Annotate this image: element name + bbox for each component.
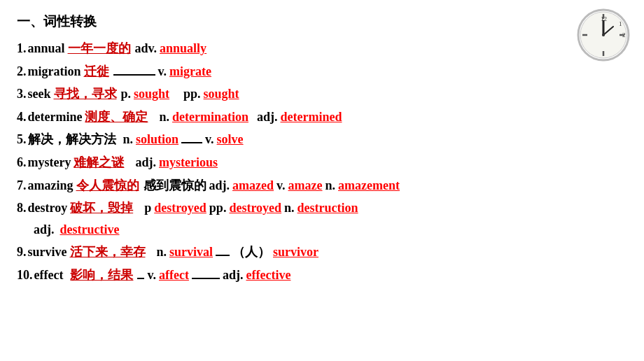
list-item: 2. migration 迁徙 v. migrate <box>17 61 627 83</box>
list-item: 10. effect 影响，结果 v. affect adj. effectiv… <box>17 264 627 286</box>
item-number: 5. <box>17 129 27 150</box>
pos-label: v. <box>158 61 167 83</box>
pos-label: v. <box>276 175 286 197</box>
item-number: 3. <box>17 83 27 105</box>
pos-label: adj. <box>209 175 230 197</box>
word-chinese: 寻找，寻求 <box>54 83 117 105</box>
answer: amaze <box>288 175 323 197</box>
answer: survival <box>169 241 213 263</box>
answer: determination <box>172 106 248 128</box>
answer-sought-1: sought <box>134 83 169 105</box>
pos-label: pp. <box>183 83 201 105</box>
answer: survivor <box>273 241 318 263</box>
word-chinese: 活下来，幸存 <box>70 241 146 263</box>
pos-label: n. <box>326 175 336 197</box>
answer: destructive <box>60 219 120 241</box>
item-number: 9. <box>17 241 27 263</box>
pos-label: n. <box>284 197 295 219</box>
answer: solve <box>217 129 244 150</box>
answer: mysterious <box>159 152 218 174</box>
item-number: 8. <box>17 197 27 219</box>
answer: destruction <box>298 197 358 219</box>
answer: destroyed <box>154 197 206 219</box>
answer-sought-2: sought <box>204 83 239 105</box>
answer: destroyed <box>229 197 281 219</box>
clock-decoration: 12 1 2 <box>575 7 631 63</box>
section-title: 一、词性转换 <box>17 13 627 31</box>
word-chinese: 难解之谜 <box>74 152 124 174</box>
answer: amazed <box>232 175 274 197</box>
word-english: effect <box>34 264 64 286</box>
svg-point-11 <box>602 34 605 36</box>
word-english: migration <box>28 61 81 83</box>
pos-label: adj. <box>223 264 244 286</box>
list-item: 4. determine 测度、确定 n. determination adj.… <box>17 106 627 128</box>
word-extra: 感到震惊的 <box>144 175 206 197</box>
item-number: 10. <box>17 264 33 286</box>
item-number: 2. <box>17 61 27 83</box>
pos-label: v. <box>205 129 214 150</box>
word-english: seek <box>28 83 51 105</box>
pos-label: n. <box>159 106 169 128</box>
answer: effective <box>246 264 290 286</box>
list-item: 1. annual 一年一度的 adv. annually <box>17 38 627 59</box>
pos-label: pp. <box>209 197 227 219</box>
pos-label: adv. <box>135 38 158 59</box>
item-number: 1. <box>17 38 27 59</box>
list-item: 5. 解决，解决方法 n. solution v. solve <box>17 129 627 150</box>
page: 12 1 2 一、词性转换 1. annual 一年一度的 adv. annua… <box>0 0 644 361</box>
word-chinese: 令人震惊的 <box>76 175 139 197</box>
word-chinese: 破坏，毁掉 <box>70 197 133 219</box>
word-english: survive <box>28 241 67 263</box>
list-item: 8. destroy 破坏，毁掉 p destroyed pp. destroy… <box>17 197 627 240</box>
word-english: 解决，解决方法 <box>28 129 116 150</box>
answer: affect <box>159 264 189 286</box>
word-english: mystery <box>28 152 71 174</box>
pos-label: p. <box>121 83 132 105</box>
answer: annually <box>160 38 206 59</box>
pos-label: p <box>144 197 151 219</box>
pos-label: n. <box>157 241 167 263</box>
list-item: 7. amazing 令人震惊的 感到震惊的 adj. amazed v. am… <box>17 175 627 197</box>
pos-label: v. <box>147 264 156 286</box>
answer: determined <box>280 106 342 128</box>
word-chinese: 影响，结果 <box>70 264 133 286</box>
svg-text:2: 2 <box>622 31 626 38</box>
word-chinese: 迁徙 <box>84 61 109 83</box>
list-item: 6. mystery 难解之谜 adj. mysterious <box>17 152 627 174</box>
word-english: annual <box>28 38 65 59</box>
word-english: determine <box>28 106 83 128</box>
answer: amazement <box>338 175 400 197</box>
list-item: 3. seek 寻找，寻求 p. sought pp. sought <box>17 83 627 105</box>
pos-label: （人） <box>232 241 270 263</box>
item-number: 7. <box>17 175 27 197</box>
answer: migrate <box>169 61 211 83</box>
pos-label: n. <box>123 129 134 150</box>
item-subrow: adj. destructive <box>17 219 627 241</box>
item-number: 4. <box>17 106 27 128</box>
pos-label: adj. <box>257 106 278 128</box>
pos-label: adj. <box>135 152 156 174</box>
list-item: 9. survive 活下来，幸存 n. survival （人） surviv… <box>17 241 627 263</box>
item-number: 6. <box>17 152 27 174</box>
blank <box>113 74 155 76</box>
word-chinese: 一年一度的 <box>68 38 131 59</box>
word-english: destroy <box>28 197 68 219</box>
svg-text:1: 1 <box>619 20 622 27</box>
answer: solution <box>136 129 178 150</box>
word-english: amazing <box>28 175 74 197</box>
pos-label: adj. <box>34 219 55 241</box>
word-chinese: 测度、确定 <box>85 106 148 128</box>
